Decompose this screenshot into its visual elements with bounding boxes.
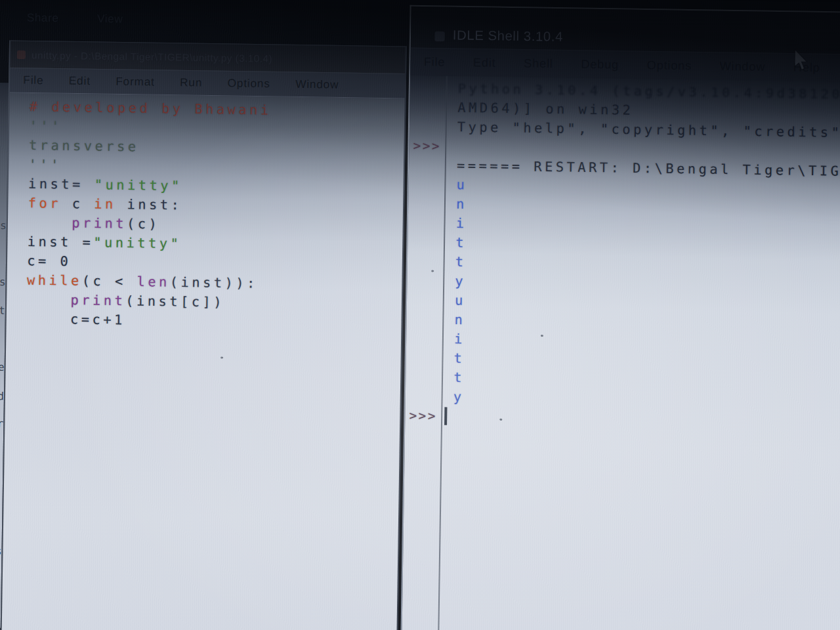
shell-prompt: >>> (413, 136, 444, 156)
shell-output: Python 3.10.4 (tags/v3.10.4:9d38120AMD64… (405, 78, 840, 432)
code-token: "unitty" (94, 177, 182, 194)
shell-menu-edit[interactable]: Edit (473, 56, 496, 70)
editor-menu-format[interactable]: Format (116, 75, 155, 89)
background-text-fragment: s (0, 219, 7, 232)
shell-menu-window[interactable]: Window (719, 60, 765, 74)
background-text-fragment: s (0, 276, 6, 288)
code-token: (c) (127, 215, 160, 232)
code-token: print (70, 292, 125, 309)
shell-text-area[interactable]: Python 3.10.4 (tags/v3.10.4:9d38120AMD64… (402, 75, 840, 630)
dust-speck (499, 419, 502, 421)
shell-menu-file[interactable]: File (424, 55, 446, 70)
shell-menu-debug[interactable]: Debug (581, 58, 619, 72)
code-token: print (72, 215, 127, 232)
code-token: (inst)): (170, 274, 258, 291)
code-token: "unitty" (93, 234, 181, 251)
code-token (28, 214, 72, 230)
code-token: ''' (28, 156, 62, 173)
code-token: c=c+1 (26, 310, 125, 328)
editor-menu-options[interactable]: Options (228, 77, 270, 91)
editor-window-title: unitty.py - D:\Bengal Tiger\TIGER\unitty… (32, 49, 272, 64)
dust-speck (541, 335, 543, 337)
shell-menu-options[interactable]: Options (646, 58, 692, 73)
code-token: inst= (28, 176, 94, 193)
code-token (26, 291, 70, 308)
code-token: c (61, 196, 94, 212)
code-token: inst = (28, 234, 94, 251)
editor-window: unitty.py - D:\Bengal Tiger\TIGER\unitty… (1, 40, 407, 630)
ribbon-share-tab[interactable]: Share (27, 11, 59, 25)
ribbon-view-tab[interactable]: View (97, 12, 123, 26)
mouse-pointer-icon (793, 49, 810, 71)
code-token: (c < (82, 273, 137, 290)
code-token: # developed by Bhawani (30, 98, 272, 118)
code-token: c= 0 (27, 253, 71, 269)
editor-file-icon (17, 50, 26, 58)
code-token: inst: (116, 196, 182, 213)
shell-menu-shell[interactable]: Shell (524, 56, 553, 71)
shell-prompt: >>> (409, 406, 440, 426)
text-cursor (444, 407, 447, 425)
editor-menu-window[interactable]: Window (295, 78, 339, 92)
idle-shell-window: IDLE Shell 3.10.4 FileEditShellDebugOpti… (400, 5, 840, 630)
code-token: ''' (29, 117, 62, 134)
dust-speck (431, 270, 434, 272)
explorer-ribbon: Share View (27, 11, 123, 26)
screen-photo: sstedertsnt: Share View unitty.py - D:\B… (0, 0, 840, 630)
code-token: in (94, 196, 116, 212)
dust-speck (220, 356, 223, 358)
shell-titlebar[interactable]: IDLE Shell 3.10.4 (411, 7, 840, 54)
code-token: transverse (29, 137, 139, 155)
code-token: for (28, 195, 62, 211)
idle-shell-icon (434, 32, 444, 41)
code-token: (inst[c]) (125, 293, 224, 310)
editor-menu-file[interactable]: File (23, 74, 43, 87)
code-token: while (27, 272, 82, 289)
editor-text-area[interactable]: # developed by Bhawani'''transverse'''in… (2, 93, 405, 630)
editor-menu-edit[interactable]: Edit (69, 74, 91, 88)
editor-menu-run[interactable]: Run (180, 76, 202, 90)
shell-window-title: IDLE Shell 3.10.4 (453, 28, 563, 45)
code-token: len (136, 274, 170, 290)
